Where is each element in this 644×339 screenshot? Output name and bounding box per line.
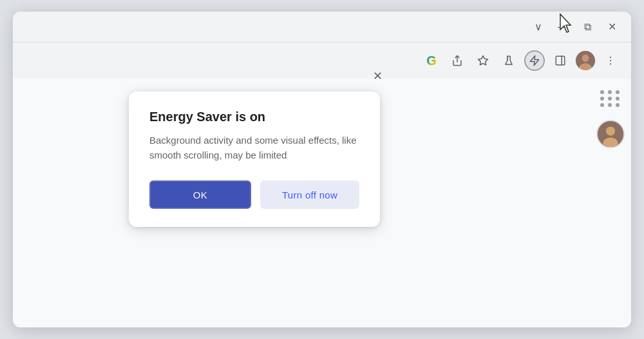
popup-body: Background activity and some visual effe… xyxy=(149,133,359,162)
side-panel xyxy=(595,85,626,148)
svg-point-10 xyxy=(610,57,611,58)
svg-point-12 xyxy=(610,63,611,64)
dot-1 xyxy=(600,90,604,94)
menu-button[interactable] xyxy=(600,50,621,71)
more-vert-icon xyxy=(605,55,616,66)
close-btn[interactable]: ✕ xyxy=(605,21,618,34)
toolbar: G xyxy=(13,43,631,79)
google-icon-btn[interactable]: G xyxy=(421,50,442,71)
dot-8 xyxy=(608,103,612,107)
svg-marker-1 xyxy=(478,56,488,65)
sidebar-icon xyxy=(554,55,566,66)
dot-6 xyxy=(616,97,620,101)
dot-9 xyxy=(616,103,620,107)
ok-button[interactable]: OK xyxy=(149,180,251,209)
flask-icon xyxy=(503,55,515,66)
minimize-btn[interactable]: — xyxy=(556,21,569,34)
svg-rect-3 xyxy=(556,56,565,65)
browser-window: ∨ — ⧉ ✕ G xyxy=(13,12,631,327)
star-icon xyxy=(477,55,489,66)
toolbar-icons: G xyxy=(421,50,621,71)
popup-actions: OK Turn off now xyxy=(149,180,359,209)
turn-off-now-button[interactable]: Turn off now xyxy=(260,180,359,209)
sidebar-toggle-button[interactable] xyxy=(550,50,571,71)
dot-4 xyxy=(600,97,604,101)
svg-point-8 xyxy=(582,55,589,62)
chevron-down-btn[interactable]: ∨ xyxy=(532,21,545,34)
svg-point-11 xyxy=(610,60,611,61)
dot-2 xyxy=(608,90,612,94)
energy-saver-popup: ✕ Energy Saver is on Background activity… xyxy=(129,92,380,227)
google-g-icon: G xyxy=(426,53,437,68)
side-panel-dots xyxy=(595,85,626,112)
side-panel-avatar[interactable] xyxy=(596,120,625,148)
bookmark-button[interactable] xyxy=(473,50,493,71)
dot-7 xyxy=(600,103,604,107)
side-avatar-image xyxy=(598,121,623,147)
content-area: ✕ Energy Saver is on Background activity… xyxy=(13,79,631,327)
popup-close-button[interactable]: ✕ xyxy=(368,67,386,85)
share-button[interactable] xyxy=(447,50,468,71)
dot-5 xyxy=(608,97,612,101)
labs-button[interactable] xyxy=(498,50,519,71)
title-bar: ∨ — ⧉ ✕ xyxy=(13,12,631,43)
restore-btn[interactable]: ⧉ xyxy=(581,21,594,34)
energy-saver-button[interactable] xyxy=(524,50,545,71)
energy-saver-icon xyxy=(529,55,540,66)
popup-title: Energy Saver is on xyxy=(149,110,359,124)
dot-3 xyxy=(616,90,620,94)
svg-point-16 xyxy=(607,127,615,135)
toolbar-avatar[interactable] xyxy=(576,51,595,70)
share-icon xyxy=(451,55,463,66)
avatar-image xyxy=(576,51,595,70)
